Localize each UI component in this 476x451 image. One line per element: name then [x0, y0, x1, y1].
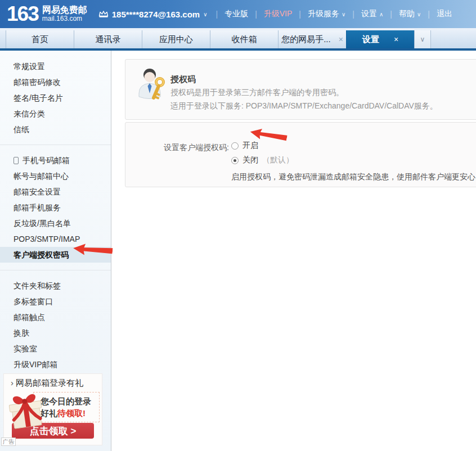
tab-inbox[interactable]: 收件箱: [210, 30, 278, 48]
auth-code-desc-line2: 适用于登录以下服务: POP3/IMAP/SMTP/Exchange/CardD…: [170, 101, 438, 111]
sidebar-item-folders-labels[interactable]: 文件夹和标签: [0, 278, 111, 294]
nav-settings[interactable]: 设置∧: [355, 9, 389, 19]
mail-settings-page: 163 网易免费邮 mail.163.com 185****8274@163.c…: [0, 0, 476, 451]
auth-code-title: 授权码: [170, 74, 196, 85]
brand-name: 网易免费邮: [42, 5, 87, 15]
sidebar-item-upgrade-vip-mailbox[interactable]: 升级VIP邮箱: [0, 357, 111, 372]
header-nav: | 专业版 | 升级VIP | 升级服务∨ | 设置∧ | 帮助∨ | 退出: [215, 9, 458, 19]
sidebar-item-general-settings[interactable]: 常规设置: [0, 58, 111, 74]
radio-button-checked[interactable]: [231, 157, 239, 164]
account-menu[interactable]: 185****8274@163.com ∨: [98, 10, 208, 19]
top-header: 163 网易免费邮 mail.163.com 185****8274@163.c…: [0, 0, 476, 28]
chevron-down-icon: ∨: [203, 11, 207, 17]
close-icon[interactable]: ×: [394, 35, 398, 43]
nav-logout[interactable]: 退出: [430, 9, 459, 19]
sidebar-item-stationery[interactable]: 信纸: [0, 121, 111, 137]
sidebar-item-skin[interactable]: 换肤: [0, 325, 111, 341]
setting-label: 设置客户端授权码:: [157, 143, 229, 153]
sidebar-item-password-change[interactable]: 邮箱密码修改: [0, 74, 111, 90]
sidebar-item-antispam[interactable]: 反垃圾/黑白名单: [0, 215, 111, 231]
brand-block: 网易免费邮 mail.163.com: [42, 5, 87, 23]
sidebar-item-signature[interactable]: 签名/电子名片: [0, 90, 111, 106]
auth-code-desc-line1: 授权码是用于登录第三方邮件客户端的专用密码。: [170, 88, 344, 98]
logo-163[interactable]: 163: [7, 1, 38, 27]
settings-sidebar: 常规设置 邮箱密码修改 签名/电子名片 来信分类 信纸 手机号码邮箱 帐号与邮箱…: [0, 51, 111, 451]
chevron-down-icon: ∨: [417, 11, 421, 17]
person-key-icon: [137, 67, 167, 102]
tab-app-center[interactable]: 应用中心: [142, 30, 210, 48]
brand-domain: mail.163.com: [42, 15, 87, 23]
auth-code-settings-panel: 设置客户端授权码: 开启 关闭 （默认） 启用授权码，避免密码泄漏造成邮箱安全隐…: [125, 122, 476, 187]
crown-icon: [98, 10, 109, 18]
phone-icon: [14, 157, 19, 164]
ad-tag: 广告: [1, 438, 16, 446]
sidebar-divider: [0, 145, 111, 145]
sidebar-item-security-settings[interactable]: 邮箱安全设置: [0, 184, 111, 200]
tab-list-dropdown[interactable]: ∨: [414, 30, 431, 48]
auth-code-intro-panel: 授权码 授权码是用于登录第三方邮件客户端的专用密码。 适用于登录以下服务: PO…: [125, 59, 476, 120]
sidebar-item-pop3-smtp-imap[interactable]: POP3/SMTP/IMAP: [0, 231, 111, 247]
radio-default-suffix: （默认）: [262, 155, 294, 165]
sidebar-item-account-center[interactable]: 帐号与邮箱中心: [0, 168, 111, 184]
gift-box-icon: [1, 384, 51, 438]
sidebar-divider: [0, 270, 111, 270]
chevron-down-icon: ∨: [420, 35, 425, 43]
radio-enable-label: 开启: [243, 141, 258, 151]
close-icon[interactable]: ×: [339, 35, 343, 43]
account-email: 185****8274@163.com: [112, 10, 200, 19]
nav-help[interactable]: 帮助∨: [393, 9, 427, 19]
promo-line1: 您今日的登录: [41, 395, 97, 407]
chevron-down-icon: ∨: [342, 11, 345, 17]
tab-home[interactable]: 首页: [6, 30, 74, 48]
tab-settings[interactable]: 设置 ×: [346, 30, 414, 48]
chevron-up-icon: ∧: [379, 11, 383, 17]
radio-option-enable[interactable]: 开启: [231, 141, 258, 151]
promo-highlight: 待领取!: [57, 408, 86, 418]
nav-pro-version[interactable]: 专业版: [218, 9, 254, 19]
nav-upgrade-services[interactable]: 升级服务∨: [302, 9, 352, 19]
sidebar-item-mobile-services[interactable]: 邮箱手机服务: [0, 200, 111, 215]
tab-your-netease-mobile[interactable]: 您的网易手... ×: [278, 30, 346, 48]
nav-upgrade-vip[interactable]: 升级VIP: [258, 9, 299, 19]
radio-button-unchecked[interactable]: [231, 142, 239, 150]
chevron-right-icon: ›: [11, 378, 14, 387]
setting-tip: 启用授权码，避免密码泄漏造成邮箱安全隐患，使用邮件客户端更安心。了解更多>>: [231, 172, 476, 182]
sidebar-item-client-auth-password[interactable]: 客户端授权密码: [0, 247, 111, 263]
sidebar-item-mobile-number-mailbox[interactable]: 手机号码邮箱: [0, 152, 111, 168]
radio-disable-label: 关闭: [243, 155, 258, 165]
tab-strip: 首页 通讯录 应用中心 收件箱 您的网易手... × 设置 × ∨: [0, 28, 476, 51]
main-content: 授权码 授权码是用于登录第三方邮件客户端的专用密码。 适用于登录以下服务: PO…: [125, 59, 476, 187]
tab-contacts[interactable]: 通讯录: [74, 30, 142, 48]
sidebar-item-multitab-window[interactable]: 多标签窗口: [0, 294, 111, 309]
radio-option-disable[interactable]: 关闭 （默认）: [231, 155, 294, 165]
sidebar-item-lab[interactable]: 实验室: [0, 341, 111, 357]
sidebar-item-mail-touchpoint[interactable]: 邮箱触点: [0, 309, 111, 325]
sidebar-item-incoming-classification[interactable]: 来信分类: [0, 106, 111, 121]
login-gift-promo[interactable]: ›网易邮箱登录有礼 您今日的登录 好礼待领取! 点击领取 >: [3, 373, 102, 445]
